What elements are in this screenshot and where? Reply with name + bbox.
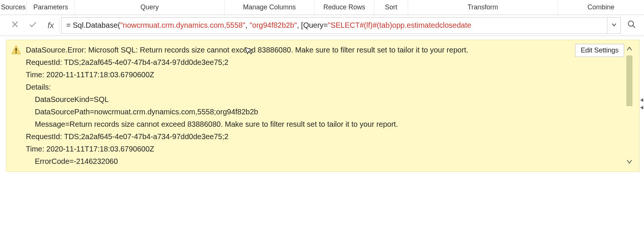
error-panel-container: DataSource.Error: Microsoft SQL: Return … bbox=[0, 36, 644, 172]
scroll-up-arrow[interactable] bbox=[626, 45, 632, 53]
error-line-time2: Time: 2020-11-11T17:18:03.6790600Z bbox=[26, 143, 618, 155]
formula-comma2: , [Query= bbox=[297, 21, 328, 29]
error-line-time: Time: 2020-11-11T17:18:03.6790600Z bbox=[26, 69, 618, 81]
accept-formula-button[interactable] bbox=[24, 18, 42, 33]
ribbon-label-sources: Sources bbox=[1, 3, 25, 11]
svg-rect-2 bbox=[15, 48, 16, 51]
error-line-requestid: RequestId: TDS;2a2af645-4e07-47b4-a734-9… bbox=[26, 56, 618, 69]
error-line-dskind: DataSourceKind=SQL bbox=[26, 93, 618, 106]
formula-eq: = bbox=[66, 21, 73, 29]
edit-settings-button[interactable]: Edit Settings bbox=[575, 44, 624, 57]
ribbon-group-combine[interactable]: Combine bbox=[558, 0, 644, 15]
svg-marker-5 bbox=[640, 106, 643, 110]
fx-text: fx bbox=[48, 21, 54, 30]
ribbon-group-sort[interactable]: Sort bbox=[374, 0, 408, 15]
ribbon-group-query[interactable]: Query bbox=[75, 0, 225, 15]
formula-comma1: , bbox=[245, 21, 249, 29]
formula-input[interactable]: = Sql.Database("nowcrmuat.crm.dynamics.c… bbox=[61, 17, 607, 34]
cancel-formula-button[interactable] bbox=[6, 18, 24, 33]
formula-db: "org94f82b2b" bbox=[249, 21, 297, 29]
error-line-dspath: DataSourcePath=nowcrmuat.crm.dynamics.co… bbox=[26, 106, 618, 118]
error-scrollbar[interactable] bbox=[624, 44, 635, 168]
check-icon bbox=[29, 20, 37, 31]
ribbon-label-reduce-rows: Reduce Rows bbox=[323, 3, 365, 11]
chevron-down-icon bbox=[611, 22, 617, 29]
error-line-message: Message=Return records size cannot excee… bbox=[26, 118, 618, 130]
ribbon-group-sources[interactable]: Sources bbox=[0, 0, 27, 15]
svg-point-0 bbox=[628, 21, 634, 26]
svg-marker-4 bbox=[640, 98, 643, 102]
scroll-down-arrow[interactable] bbox=[626, 158, 632, 166]
error-line-errorcode: ErrorCode=-2146232060 bbox=[26, 155, 618, 168]
ribbon-label-combine: Combine bbox=[587, 3, 614, 11]
ribbon-group-reduce-rows[interactable]: Reduce Rows bbox=[315, 0, 374, 15]
formula-expand-dropdown[interactable] bbox=[607, 17, 621, 34]
ribbon-label-manage-columns: Manage Columns bbox=[243, 3, 296, 11]
formula-func: Sql.Database( bbox=[73, 21, 120, 29]
pane-expand-handle[interactable] bbox=[640, 98, 644, 110]
search-icon bbox=[627, 20, 636, 31]
edit-settings-label: Edit Settings bbox=[581, 46, 619, 54]
ribbon-group-parameters[interactable]: Parameters bbox=[27, 0, 75, 15]
error-line-details: Details: bbox=[26, 81, 618, 93]
ribbon-label-transform: Transform bbox=[468, 3, 498, 11]
formula-server: "nowcrmuat.crm.dynamics.com,5558" bbox=[120, 21, 245, 29]
formula-query: "SELECT#(lf)#(tab)opp.estimatedclosedate bbox=[328, 21, 471, 29]
error-panel: DataSource.Error: Microsoft SQL: Return … bbox=[6, 40, 640, 172]
ribbon-group-manage-columns[interactable]: Manage Columns bbox=[225, 0, 315, 15]
ribbon-label-query: Query bbox=[140, 3, 159, 11]
formula-bar: fx = Sql.Database("nowcrmuat.crm.dynamic… bbox=[0, 15, 644, 36]
ribbon-label-parameters: Parameters bbox=[33, 3, 68, 11]
close-icon bbox=[11, 21, 19, 30]
fx-label: fx bbox=[42, 18, 60, 33]
error-body: DataSource.Error: Microsoft SQL: Return … bbox=[26, 44, 624, 168]
error-line-main: DataSource.Error: Microsoft SQL: Return … bbox=[26, 44, 618, 56]
search-button[interactable] bbox=[623, 17, 640, 34]
scroll-thumb[interactable] bbox=[626, 56, 632, 106]
ribbon-group-transform[interactable]: Transform bbox=[408, 0, 558, 15]
ribbon-label-sort: Sort bbox=[385, 3, 397, 11]
svg-rect-3 bbox=[15, 52, 16, 53]
error-line-requestid2: RequestId: TDS;2a2af645-4e07-47b4-a734-9… bbox=[26, 130, 618, 143]
warning-icon bbox=[11, 45, 21, 55]
ribbon-bar: Sources Parameters Query Manage Columns … bbox=[0, 0, 644, 15]
